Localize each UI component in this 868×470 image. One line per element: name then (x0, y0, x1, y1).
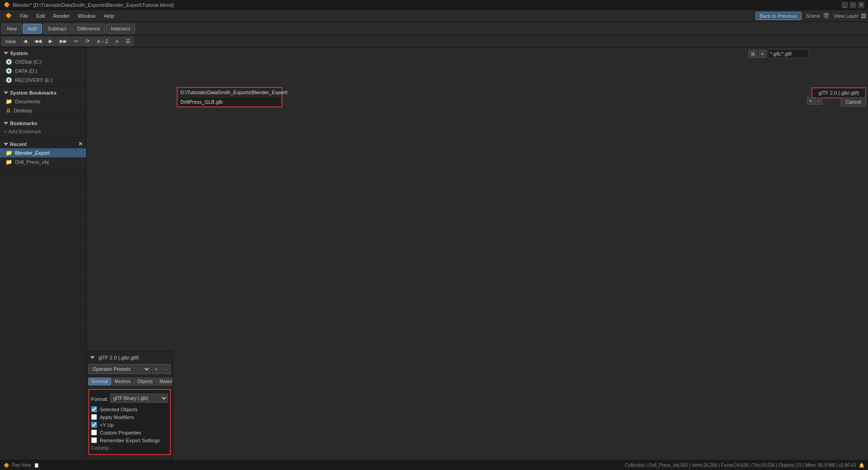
path-input-container: D:\Tutorials\DataSmith_Exports\Blender_E… (177, 87, 282, 107)
hdd-icon: 💿 (5, 59, 12, 65)
intersect-button[interactable]: Intersect (106, 24, 135, 34)
menu-blender-logo[interactable]: 🔶 (2, 12, 15, 20)
view-button[interactable]: View (2, 37, 19, 46)
status-right: Collection | Drill_Press_obj.002 | Verts… (625, 463, 864, 468)
tab-general[interactable]: General (88, 378, 111, 385)
selected-objects-row: Selected Objects (91, 405, 168, 413)
title-bar-controls[interactable]: _ □ ✕ (842, 2, 864, 8)
sidebar-item-desktop[interactable]: 🖥 Desktop (0, 106, 86, 115)
tab-meshes[interactable]: Meshes (112, 378, 134, 385)
nav-up-button[interactable]: ↩ (71, 37, 82, 46)
tab-objects[interactable]: Objects (134, 378, 156, 385)
cancel-button[interactable]: Cancel (841, 97, 866, 106)
menu-help[interactable]: Help (100, 12, 118, 20)
custom-properties-row: Custom Properties (91, 429, 168, 436)
notification-icon: 🔔 (859, 463, 864, 468)
nav-forward-button[interactable]: ▶ (46, 37, 56, 46)
apply-modifiers-checkbox[interactable] (91, 414, 97, 420)
remember-export-settings-checkbox[interactable] (91, 437, 97, 443)
sidebar-item-data[interactable]: 💿 DATA (D:) (0, 66, 86, 76)
menu-file[interactable]: File (16, 12, 32, 20)
system-collapse-icon (4, 52, 8, 55)
main-layout: System 💿 OSDisk (C:) 💿 DATA (D:) 💿 RECOV… (0, 47, 868, 460)
remember-export-settings-row: Remember Export Settings (91, 436, 168, 444)
tab-materials[interactable]: Materi... (157, 378, 174, 385)
sys-bookmarks-collapse-icon (4, 91, 8, 94)
menu-edit[interactable]: Edit (33, 12, 49, 20)
sidebar-item-recovery[interactable]: 💿 RECOVERY (E:) (0, 76, 86, 85)
add-bookmark-row[interactable]: + Add Bookmark (0, 127, 86, 136)
recent-header[interactable]: Recent ✕ (0, 140, 86, 148)
minus-button[interactable]: - (815, 97, 822, 105)
bookmarks-section: Bookmarks + Add Bookmark (0, 117, 86, 138)
scene-icon: 🎬 (823, 13, 829, 19)
apply-modifiers-label: Apply Modifiers (100, 414, 134, 420)
status-right-text: Collection | Drill_Press_obj.002 | Verts… (625, 463, 856, 468)
menu-render[interactable]: Render (50, 12, 73, 20)
selected-objects-checkbox[interactable] (91, 406, 97, 412)
format-select[interactable]: glTF Binary (.glb) (110, 394, 168, 403)
system-bookmarks-section: System Bookmarks 📁 Documents 🖥 Desktop (0, 87, 86, 117)
nav-back2-button[interactable]: ◀◀ (31, 37, 45, 46)
path-directory-row[interactable]: D:\Tutorials\DataSmith_Exports\Blender_E… (178, 88, 281, 97)
folder-icon-blender-export: 📁 (5, 150, 12, 156)
path-filename-row[interactable]: DrillPress_GLB.glb (178, 97, 281, 106)
plus-button[interactable]: + (807, 97, 814, 105)
menu-window[interactable]: Window (74, 12, 99, 20)
grid-view-button[interactable]: ☰ (123, 37, 133, 46)
filter-input[interactable] (768, 49, 809, 58)
close-button[interactable]: ✕ (858, 2, 864, 8)
gltf-title-label: glTF 2.0 (.glb/.gltf) (98, 355, 139, 360)
operator-presets-select[interactable]: Operator Presets (88, 364, 151, 374)
operator-add-button[interactable]: + (152, 364, 161, 374)
bookmarks-label: Bookmarks (10, 121, 37, 126)
format-label: Format: (91, 396, 108, 402)
status-center-icon: 📋 (34, 463, 39, 468)
nav-back-button[interactable]: ◀ (20, 37, 30, 46)
filter-list-button[interactable]: ≡ (759, 50, 766, 58)
bottom-main-area (173, 351, 868, 460)
filter-button[interactable]: ≡ (112, 37, 122, 46)
recent-close-icon[interactable]: ✕ (78, 141, 82, 147)
nav-forward2-button[interactable]: ▶▶ (56, 37, 70, 46)
filter-toggle-button[interactable]: ⊞ (749, 50, 757, 58)
minimize-button[interactable]: _ (842, 2, 848, 8)
operator-remove-button[interactable]: - (162, 364, 171, 374)
sidebar-item-osdisk[interactable]: 💿 OSDisk (C:) (0, 57, 86, 66)
nav-reload-button[interactable]: ⟳ (82, 37, 93, 46)
maximize-button[interactable]: □ (850, 2, 856, 8)
system-bookmarks-header[interactable]: System Bookmarks (0, 89, 86, 97)
subtract-button[interactable]: Subtract (43, 24, 71, 34)
window-title: Blender* [D:\Tutorials\DataSmith_Exports… (13, 2, 174, 8)
custom-properties-checkbox[interactable] (91, 430, 97, 435)
recent-item-drill-press-label: Drill_Press_obj (15, 159, 49, 165)
recent-item-blender-export[interactable]: 📁 Blender_Export (0, 148, 86, 157)
status-bar: 🔶 Pan View 📋 Collection | Drill_Press_ob… (0, 460, 868, 470)
y-up-label: +Y Up (100, 422, 114, 428)
apply-modifiers-row: Apply Modifiers (91, 413, 168, 421)
recent-section: Recent ✕ 📁 Blender_Export 📁 Drill_Press_… (0, 138, 86, 169)
y-up-checkbox[interactable] (91, 422, 97, 428)
system-bookmarks-label: System Bookmarks (10, 90, 56, 96)
file-browser-area: D:\Tutorials\DataSmith_Exports\Blender_E… (87, 47, 868, 351)
bookmarks-collapse-icon (4, 122, 8, 125)
filter-row: ⊞ ≡ (749, 49, 809, 58)
hdd-icon-e: 💿 (5, 77, 12, 83)
bookmarks-header[interactable]: Bookmarks (0, 119, 86, 127)
gltf-format-box[interactable]: glTF 2.0 (.glb/.gltf) (812, 87, 866, 98)
copyright-label: Copyrig... (91, 445, 112, 450)
add-button[interactable]: Add (23, 24, 42, 34)
difference-button[interactable]: Difference (72, 24, 105, 34)
tabs-row: General Meshes Objects Materi... Anima..… (88, 378, 171, 385)
system-section-header[interactable]: System (0, 49, 86, 57)
title-bar-left: 🔶 Blender* [D:\Tutorials\DataSmith_Expor… (4, 2, 174, 8)
toolbar: New Add Subtract Difference Intersect (0, 22, 868, 35)
recent-item-drill-press[interactable]: 📁 Drill_Press_obj (0, 157, 86, 167)
back-to-previous-button[interactable]: Back to Previous (756, 12, 802, 20)
sort-az-button[interactable]: A→Z (94, 37, 112, 46)
new-button[interactable]: New (2, 24, 22, 34)
title-bar: 🔶 Blender* [D:\Tutorials\DataSmith_Expor… (0, 0, 868, 10)
recent-item-blender-export-label: Blender_Export (15, 150, 50, 156)
recent-collapse-icon (4, 143, 8, 146)
sidebar-item-documents[interactable]: 📁 Documents (0, 97, 86, 106)
